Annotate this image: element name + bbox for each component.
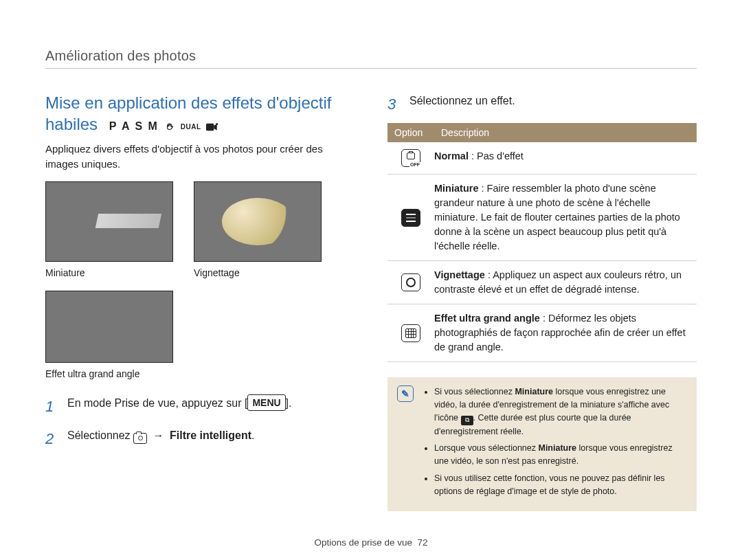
steps-list: 1 En mode Prise de vue, appuyez sur [MEN… (45, 394, 355, 451)
menu-button-badge: MENU (247, 394, 285, 411)
table-row: Normal : Pas d'effet (387, 142, 697, 175)
step-2: 2 Sélectionnez → Filtre intelligent. (45, 427, 355, 451)
section-title: Mise en application des effets d'objecti… (45, 92, 355, 135)
options-table-head: Option Description (387, 123, 697, 142)
n1a: Si vous sélectionnez (434, 387, 515, 396)
option-desc-miniature: Miniature : Faire ressembler la photo d'… (434, 175, 697, 260)
mode-dual-label: DUAL (181, 122, 201, 131)
camera-icon (133, 433, 147, 444)
option-desc-vignette: Vignettage : Appliquez un aspect aux cou… (434, 261, 697, 304)
thumb-vignette: Vignettage (194, 181, 322, 278)
divider (45, 68, 697, 69)
option-icon-miniature (387, 175, 434, 260)
step-1: 1 En mode Prise de vue, appuyez sur [MEN… (45, 394, 355, 418)
step-1-text-a: En mode Prise de vue, appuyez sur [ (67, 397, 247, 409)
thumb-vignette-image (194, 181, 322, 262)
step-2-bold: Filtre intelligent (170, 429, 251, 441)
intro-text: Appliquez divers effets d'objectif à vos… (45, 142, 355, 172)
step-1-text-b: ]. (286, 397, 292, 409)
thumb-miniature-caption: Miniature (45, 267, 173, 278)
thumb-wide-angle-caption: Effet ultra grand angle (45, 368, 173, 379)
breadcrumb: Amélioration des photos (45, 48, 697, 64)
note-item-1: Si vous sélectionnez Miniature lorsque v… (434, 385, 686, 438)
th-option: Option (387, 123, 434, 142)
step-2-end: . (251, 429, 254, 441)
hand-icon (164, 122, 176, 132)
n2bold: Miniature (538, 443, 576, 453)
section-title-line2: habiles (45, 115, 98, 133)
note-item-3: Si vous utilisez cette fonction, vous ne… (434, 472, 686, 498)
option-desc-normal: Normal : Pas d'effet (434, 142, 697, 174)
option-icon-normal (387, 142, 434, 174)
n2a: Lorsque vous sélectionnez (434, 443, 538, 453)
step-3-text: Sélectionnez un effet. (409, 92, 515, 110)
table-row: Effet ultra grand angle : Déformez les o… (387, 304, 697, 362)
two-column-layout: Mise en application des effets d'objecti… (45, 92, 697, 511)
table-row: Miniature : Faire ressembler la photo d'… (387, 175, 697, 261)
note-icon: ✎ (397, 385, 414, 402)
step-1-text: En mode Prise de vue, appuyez sur [MENU]… (67, 394, 292, 412)
record-duration-icon: ⧉ (461, 416, 473, 425)
row3-bold: Effet ultra grand angle (434, 313, 540, 324)
miniature-icon (401, 209, 420, 227)
option-icon-vignette (387, 261, 434, 304)
video-record-icon (206, 122, 218, 132)
option-icon-wide-angle (387, 304, 434, 361)
thumb-wide-angle-image (45, 291, 173, 363)
svg-point-1 (216, 123, 218, 125)
step-3: 3 Sélectionnez un effet. (387, 92, 697, 116)
thumb-vignette-caption: Vignettage (194, 267, 322, 278)
page-footer: Options de prise de vue 72 (0, 537, 742, 548)
mode-icons: P A S M DUAL (109, 120, 218, 134)
step-2-number: 2 (45, 427, 59, 451)
row2-bold: Vignettage (434, 269, 485, 280)
option-desc-wide-angle: Effet ultra grand angle : Déformez les o… (434, 304, 697, 361)
row1-bold: Miniature (434, 183, 478, 194)
mode-letters: P A S M (109, 120, 159, 134)
thumb-wide-angle: Effet ultra grand angle (45, 291, 173, 379)
options-table: Option Description Normal : Pas d'effet … (387, 123, 697, 362)
note-box: ✎ Si vous sélectionnez Miniature lorsque… (387, 377, 697, 511)
manual-page: Amélioration des photos Mise en applicat… (0, 0, 742, 560)
effect-off-icon (401, 149, 420, 167)
step-1-number: 1 (45, 394, 59, 418)
note-list: Si vous sélectionnez Miniature lorsque v… (423, 385, 686, 502)
vignette-icon (401, 273, 420, 291)
n1bold: Miniature (515, 387, 553, 396)
row0-rest: : Pas d'effet (469, 150, 524, 161)
right-column: 3 Sélectionnez un effet. Option Descript… (387, 92, 697, 511)
footer-page-number: 72 (418, 537, 428, 548)
footer-section: Options de prise de vue (314, 537, 412, 548)
table-row: Vignettage : Appliquez un aspect aux cou… (387, 261, 697, 304)
note-item-2: Lorsque vous sélectionnez Miniature lors… (434, 442, 686, 468)
row0-bold: Normal (434, 150, 469, 161)
step-3-number: 3 (387, 92, 401, 116)
thumb-miniature: Miniature (45, 181, 173, 278)
section-title-line1: Mise en application des effets d'objecti… (45, 93, 331, 112)
left-column: Mise en application des effets d'objecti… (45, 92, 355, 511)
th-description: Description (434, 123, 697, 142)
arrow-icon: → (153, 429, 164, 441)
thumb-miniature-image (45, 181, 173, 262)
example-thumbnails: Miniature Vignettage Effet ultra grand a… (45, 181, 355, 379)
wide-angle-icon (401, 324, 420, 342)
step-2-text-a: Sélectionnez (67, 429, 133, 441)
step-2-text: Sélectionnez → Filtre intelligent. (67, 427, 255, 445)
svg-rect-0 (206, 123, 214, 131)
